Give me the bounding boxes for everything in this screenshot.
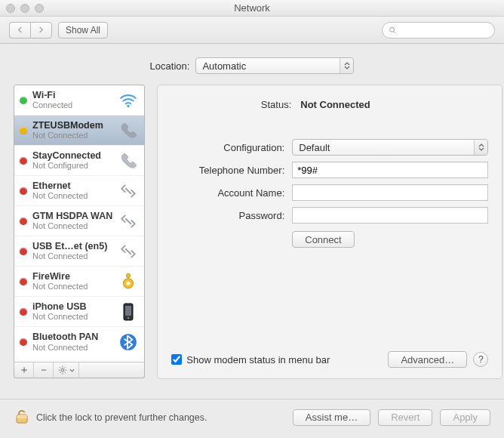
- back-button[interactable]: [9, 22, 30, 39]
- interface-actions-button[interactable]: [54, 362, 79, 378]
- sidebar-item-gtm-hsdpa-wan[interactable]: GTM HSDPA WANNot Connected: [14, 206, 144, 236]
- interface-name: iPhone USB: [32, 302, 112, 313]
- status-value: Not Connected: [300, 99, 481, 110]
- minimize-window-icon[interactable]: [20, 4, 29, 13]
- sidebar-item-wi-fi[interactable]: Wi-FiConnected: [14, 85, 144, 116]
- iphone-icon: [118, 301, 139, 322]
- show-all-button[interactable]: Show All: [58, 22, 108, 39]
- interface-status: Not Connected: [32, 312, 112, 321]
- show-modem-status-checkbox[interactable]: Show modem status in menu bar: [171, 354, 330, 366]
- svg-point-0: [390, 27, 395, 32]
- ethernet-icon: [118, 241, 139, 262]
- advanced-button[interactable]: Advanced…: [388, 351, 467, 368]
- status-dot-icon: [20, 338, 27, 346]
- interface-status: Not Connected: [32, 131, 112, 140]
- chevron-right-icon: [38, 26, 45, 33]
- sidebar-item-firewire[interactable]: FireWireNot Connected: [14, 267, 144, 297]
- svg-line-19: [60, 367, 60, 368]
- location-popup[interactable]: Automatic: [195, 57, 354, 74]
- footer: Click the lock to prevent further change…: [0, 399, 504, 438]
- chevron-left-icon: [17, 26, 23, 33]
- status-dot-icon: [20, 248, 27, 255]
- apply-button[interactable]: Apply: [440, 409, 490, 426]
- search-icon: [389, 26, 397, 35]
- search-input[interactable]: [400, 24, 488, 36]
- password-label: Password:: [171, 210, 284, 221]
- show-modem-status-input[interactable]: [171, 354, 182, 365]
- interface-name: GTM HSDPA WAN: [32, 211, 112, 222]
- location-row: Location: Automatic: [0, 44, 504, 85]
- forward-button[interactable]: [30, 22, 52, 39]
- interface-status: Not Connected: [32, 221, 112, 230]
- status-dot-icon: [20, 127, 27, 134]
- search-field[interactable]: [382, 22, 495, 39]
- status-dot-icon: [20, 308, 27, 316]
- svg-point-12: [128, 316, 130, 319]
- interface-name: USB Et…et (en5): [32, 242, 112, 252]
- close-window-icon[interactable]: [6, 4, 15, 13]
- lock-icon[interactable]: [14, 407, 30, 427]
- updown-arrows-icon: [340, 58, 353, 73]
- show-modem-status-label: Show modem status in menu bar: [186, 354, 330, 366]
- interface-status: Not Connected: [32, 282, 112, 291]
- account-name-input[interactable]: [292, 184, 488, 201]
- assist-me-button[interactable]: Assist me…: [293, 409, 370, 426]
- interface-status: Not Connected: [32, 343, 112, 352]
- status-dot-icon: [20, 187, 27, 195]
- configuration-label: Configuration:: [171, 142, 284, 153]
- sidebar-item-bluetooth-pan[interactable]: Bluetooth PANNot Connected: [14, 327, 144, 357]
- gear-icon: [57, 365, 68, 375]
- chevron-down-icon: [69, 369, 75, 372]
- sidebar-item-usb-et-et-en5-[interactable]: USB Et…et (en5)Not Connected: [14, 236, 144, 267]
- status-dot-icon: [20, 97, 27, 104]
- status-dot-icon: [20, 157, 27, 165]
- location-label: Location:: [150, 60, 190, 72]
- svg-point-7: [127, 281, 131, 285]
- status-dot-icon: [20, 278, 27, 285]
- interface-status: Not Connected: [32, 191, 112, 200]
- revert-button[interactable]: Revert: [378, 409, 432, 426]
- interface-status: Not Connected: [32, 251, 112, 261]
- interface-name: Wi-Fi: [32, 91, 112, 101]
- svg-point-8: [127, 273, 131, 277]
- help-button[interactable]: ?: [473, 352, 488, 367]
- window-title: Network: [0, 2, 504, 14]
- sidebar-item-iphone-usb[interactable]: iPhone USBNot Connected: [14, 297, 144, 327]
- status-dot-icon: [20, 217, 27, 225]
- wifi-icon: [118, 90, 139, 111]
- telephone-label: Telephone Number:: [171, 165, 284, 176]
- sidebar-item-zteusbmodem[interactable]: ZTEUSBModemNot Connected: [14, 116, 144, 146]
- bluetooth-icon: [118, 332, 139, 353]
- zoom-window-icon[interactable]: [35, 4, 44, 13]
- phone-gray-icon: [118, 150, 139, 171]
- svg-line-4: [126, 218, 131, 224]
- interface-name: Ethernet: [32, 181, 112, 192]
- ethernet-icon: [118, 180, 139, 202]
- svg-point-2: [128, 104, 130, 106]
- interface-name: ZTEUSBModem: [32, 121, 112, 131]
- configuration-popup[interactable]: Default: [292, 139, 488, 156]
- account-name-label: Account Name:: [171, 187, 284, 199]
- interfaces-list: Wi-FiConnectedZTEUSBModemNot ConnectedSt…: [14, 85, 145, 362]
- status-label: Status:: [178, 99, 291, 110]
- ethernet-icon: [118, 211, 139, 232]
- telephone-input[interactable]: [292, 162, 488, 178]
- interface-status: Not Configured: [32, 161, 112, 170]
- svg-line-5: [126, 248, 131, 254]
- svg-rect-11: [125, 306, 131, 316]
- configuration-value: Default: [299, 142, 330, 153]
- lock-text: Click the lock to prevent further change…: [36, 412, 207, 423]
- svg-point-14: [61, 369, 64, 372]
- interface-name: StayConnected: [32, 151, 112, 162]
- nav-segmented-back-forward: [9, 22, 52, 39]
- svg-line-1: [394, 31, 395, 32]
- password-input[interactable]: [292, 207, 488, 224]
- add-interface-button[interactable]: ＋: [14, 362, 34, 378]
- sidebar-item-ethernet[interactable]: EthernetNot Connected: [14, 176, 144, 206]
- sidebar-item-stayconnected[interactable]: StayConnectedNot Configured: [14, 146, 144, 176]
- svg-line-21: [60, 372, 60, 372]
- connect-button[interactable]: Connect: [292, 231, 354, 248]
- remove-interface-button[interactable]: －: [34, 362, 54, 378]
- interface-name: FireWire: [32, 272, 112, 282]
- detail-panel: Status: Not Connected Configuration: Def…: [157, 85, 502, 379]
